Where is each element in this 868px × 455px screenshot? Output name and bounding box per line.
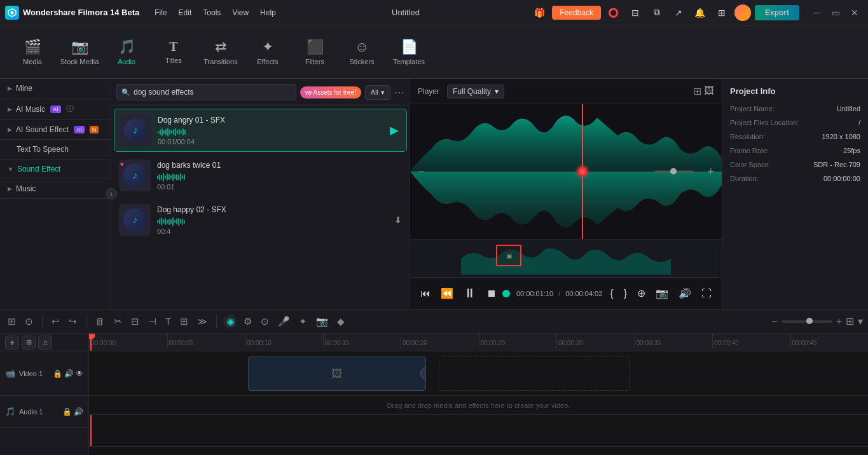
audio-mute-button[interactable]: 🔊	[74, 407, 83, 416]
play-pause-button[interactable]: ⏸	[461, 283, 479, 303]
add-track-button[interactable]: +	[5, 336, 19, 350]
toolbar-media[interactable]: 🎬 Media	[10, 30, 55, 74]
toolbar-stickers[interactable]: ☺ Stickers	[340, 30, 384, 74]
crop-button[interactable]: ⊟	[128, 313, 142, 330]
step-back-button[interactable]: ⏪	[438, 285, 456, 302]
feedback-button[interactable]: Feedback	[552, 6, 601, 20]
mark-in-button[interactable]: {	[607, 285, 616, 302]
gift-icon[interactable]: 🎁	[530, 4, 548, 22]
media-button[interactable]: 📷	[313, 313, 331, 330]
video-lock-button[interactable]: 🔒	[53, 369, 62, 378]
filter-dropdown[interactable]: All ▾	[365, 85, 390, 100]
toolbar-titles[interactable]: T Titles	[151, 30, 196, 74]
toolbar-transitions[interactable]: ⇄ Transitions	[198, 30, 243, 74]
zoom-slider-thumb[interactable]	[670, 168, 677, 175]
toolbar-filters[interactable]: ⬛ Filters	[293, 30, 337, 74]
sidebar-item-ai-music[interactable]: ▶ AI Music AI ⓘ	[0, 98, 111, 119]
menu-file[interactable]: File	[149, 6, 172, 20]
split-button[interactable]: ⊣	[146, 313, 159, 330]
video-clip[interactable]: 🖼 +	[248, 357, 426, 391]
toolbar-effects[interactable]: ✦ Effects	[245, 30, 290, 74]
mark-out-button[interactable]: }	[621, 285, 630, 302]
more-btn[interactable]: ≫	[195, 313, 210, 330]
close-window-button[interactable]: ✕	[846, 4, 863, 21]
timeline-zoom-in-icon[interactable]: +	[836, 316, 842, 327]
playhead-handle[interactable]	[577, 166, 588, 177]
timeline-zoom-slider[interactable]	[782, 320, 832, 323]
grid-layout-icon[interactable]: ⊞	[693, 85, 701, 97]
audio-lock-button[interactable]: 🔒	[62, 407, 72, 416]
add-media-button[interactable]: ⊞	[22, 336, 36, 350]
share-icon[interactable]: ↗	[670, 4, 687, 22]
sound-item-1[interactable]: ♪ ♥ dog barks twice 01 00:01	[114, 154, 407, 196]
download-icon[interactable]: ⬇	[394, 215, 402, 225]
auto-color-button[interactable]: ◉	[223, 315, 237, 329]
cut-button[interactable]: ✂	[111, 313, 125, 330]
waveform-container[interactable]: − +	[410, 104, 722, 239]
promo-badge[interactable]: ve Assets for free!	[300, 86, 361, 98]
add-clip-button[interactable]: +	[420, 367, 426, 381]
sound-item-2[interactable]: ♪ Dog happy 02 - SFX 00:4 ⬇	[114, 199, 407, 241]
fullscreen-button[interactable]: ⛶	[699, 285, 714, 302]
audio-track-area[interactable]	[89, 415, 868, 447]
sidebar-item-mine[interactable]: ▶ Mine	[0, 79, 111, 98]
clip-settings-button[interactable]: ⊙	[258, 313, 272, 330]
bell-icon[interactable]: 🔔	[691, 4, 709, 22]
redo-button[interactable]: ↪	[66, 313, 79, 330]
user-avatar[interactable]	[734, 4, 751, 21]
voice-button[interactable]: 🎤	[275, 313, 293, 330]
undo-button[interactable]: ↩	[49, 313, 62, 330]
toolbar-templates[interactable]: 📄 Templates	[387, 30, 431, 74]
search-input[interactable]	[116, 84, 296, 100]
delete-button[interactable]: 🗑	[93, 313, 107, 329]
minimize-window-button[interactable]: ─	[808, 4, 825, 21]
menu-tools[interactable]: Tools	[198, 6, 226, 20]
search-icon-btn[interactable]: ⭕	[605, 4, 623, 22]
app-name: Wondershare Filmora 14 Beta	[23, 8, 139, 17]
menu-view[interactable]: View	[227, 6, 254, 20]
image-layout-icon[interactable]: 🖼	[704, 85, 714, 97]
minimize-display-icon[interactable]: ⊟	[626, 4, 644, 22]
zoom-in-icon[interactable]: +	[707, 165, 714, 179]
settings-button[interactable]: ⚙	[241, 313, 254, 330]
timeline-layout-icon[interactable]: ▾	[858, 315, 863, 327]
mini-thumb-selection[interactable]: ▣	[496, 245, 521, 266]
ai-button[interactable]: ✦	[296, 313, 310, 330]
sidebar-item-sound-effect[interactable]: ▼ Sound Effect	[0, 160, 111, 179]
sidebar-item-music[interactable]: ▶ Music	[0, 179, 111, 198]
scene-detect-button[interactable]: ⊞	[5, 313, 18, 330]
timeline-zoom-out-icon[interactable]: −	[771, 316, 777, 327]
keyframe-button[interactable]: ◆	[334, 313, 347, 330]
progress-bar[interactable]	[504, 292, 511, 295]
extract-button[interactable]: ⊕	[635, 285, 648, 302]
volume-button[interactable]: 🔊	[676, 285, 694, 302]
video-track-icon: 📹	[5, 369, 15, 378]
zoom-out-icon[interactable]: −	[418, 165, 425, 179]
toolbar-audio[interactable]: 🎵 Audio	[104, 30, 149, 74]
toolbar-stock-media[interactable]: 📷 Stock Media	[57, 30, 102, 74]
sound-item-0[interactable]: ♪ Dog angry 01 - SFX 00:01/00:04 ▶	[114, 109, 407, 152]
apps-icon[interactable]: ⊞	[713, 4, 731, 22]
export-button[interactable]: Export	[755, 5, 799, 20]
add-audio-button[interactable]: ♫	[38, 336, 52, 350]
video-eye-button[interactable]: 👁	[76, 369, 83, 378]
text-button[interactable]: T	[163, 313, 174, 329]
stop-button[interactable]: ⏹	[484, 285, 499, 302]
sidebar-collapse-button[interactable]: ‹	[106, 188, 117, 200]
skip-back-button[interactable]: ⏮	[418, 285, 433, 302]
magnet-button[interactable]: ⊙	[22, 313, 36, 330]
menu-help[interactable]: Help	[255, 6, 281, 20]
layout-button[interactable]: ⊞	[177, 313, 191, 330]
dual-screen-icon[interactable]: ⧉	[648, 4, 666, 22]
maximize-window-button[interactable]: ▭	[827, 4, 844, 21]
video-drop-zone[interactable]	[439, 357, 630, 391]
quality-select[interactable]: Full Quality ▾	[447, 85, 504, 98]
sidebar-item-ai-sound-effect[interactable]: ▶ AI Sound Effect AI N	[0, 120, 111, 139]
more-options-button[interactable]: ⋯	[394, 86, 404, 98]
menu-edit[interactable]: Edit	[174, 6, 197, 20]
sidebar-item-text-to-speech[interactable]: Text To Speech	[0, 140, 111, 159]
video-volume-button[interactable]: 🔊	[64, 369, 74, 378]
video-track-area[interactable]: 🖼 +	[89, 351, 868, 396]
snapshot-button[interactable]: 📷	[653, 285, 671, 302]
timeline-grid-icon[interactable]: ⊞	[846, 315, 854, 327]
